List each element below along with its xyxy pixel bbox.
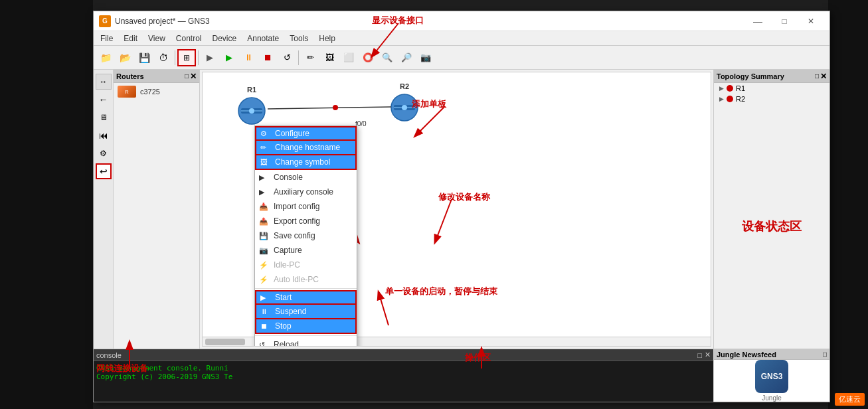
cm-stop[interactable]: ⏹ Stop — [255, 319, 357, 334]
tb-zoom-out-btn[interactable]: 🔎 — [397, 49, 416, 66]
cm-export-config[interactable]: 📤 Export config — [255, 214, 357, 228]
cm-capture[interactable]: 📷 Capture — [255, 243, 357, 258]
menu-help[interactable]: Help — [313, 33, 341, 44]
watermark-yisu: 亿速云 — [835, 393, 865, 406]
tb-console-btn[interactable]: ▶ — [201, 49, 219, 66]
r2-status-dot — [727, 96, 733, 102]
maximize-button[interactable]: □ — [771, 12, 798, 31]
left-tools: ↔ ← 🖥 ⏮ ⚙ ↩ — [94, 70, 114, 349]
menu-view[interactable]: View — [143, 33, 171, 44]
close-button[interactable]: ✕ — [798, 12, 824, 31]
panel-expand-icon[interactable]: □ — [185, 72, 189, 80]
minimize-button[interactable]: — — [744, 12, 771, 31]
ann-operation-area: 操作区 — [465, 352, 491, 364]
tb-ellipse-btn[interactable]: ⭕ — [359, 49, 377, 66]
tb-open-btn[interactable]: 📁 — [96, 49, 115, 66]
cm-change-symbol[interactable]: 🖼 Change symbol — [255, 155, 357, 170]
tool-rotate[interactable]: ↩ — [96, 163, 112, 179]
tb-screenshot-btn[interactable]: 📷 — [416, 49, 435, 66]
cm-symbol-icon: 🖼 — [260, 158, 268, 166]
ann-add-panel: 添加单板 — [412, 98, 446, 110]
tool-prev[interactable]: ⏮ — [96, 127, 112, 143]
tool-move[interactable]: ↔ — [96, 74, 112, 90]
cm-aux-console[interactable]: ▶ Auxiliary console — [255, 185, 357, 199]
tb-rect-btn[interactable]: ⬜ — [339, 49, 358, 66]
news-header: Jungle Newsfeed □ — [714, 349, 829, 360]
console-output[interactable]: GNS3 management console. Runni Copyright… — [94, 361, 713, 402]
canvas[interactable]: R1 R2 — [202, 72, 711, 347]
topology-item-r1[interactable]: ▶ R1 — [714, 83, 829, 94]
menu-device[interactable]: Device — [207, 33, 242, 44]
cm-start[interactable]: ▶ Start — [255, 290, 357, 305]
console-header: console □ ✕ — [94, 349, 713, 361]
cm-idle-label: Idle-PC — [274, 260, 300, 270]
topology-expand[interactable]: □ — [815, 72, 819, 80]
tool-settings[interactable]: ⚙ — [96, 145, 112, 161]
ann-start-stop: 单一设备的启动，暂停与结束 — [385, 286, 497, 297]
console-container: console □ ✕ GNS3 management console. Run… — [94, 349, 713, 402]
cm-suspend[interactable]: ⏸ Suspend — [255, 305, 357, 319]
tool-back[interactable]: ← — [96, 92, 112, 108]
cm-separator-2 — [255, 335, 357, 336]
toolbar-separator-3 — [298, 50, 299, 65]
ann-show-interface: 显示设备接口 — [372, 15, 424, 27]
topology-header: Topology Summary □ ✕ — [714, 70, 829, 83]
cm-auto-idle-icon: ⚡ — [259, 276, 268, 284]
tb-pause-btn[interactable]: ⏸ — [239, 49, 258, 66]
cm-reload-label: Reload — [274, 340, 299, 347]
cm-aux-icon: ▶ — [259, 188, 264, 197]
cm-console[interactable]: ▶ Console — [255, 170, 357, 185]
cm-change-hostname[interactable]: ✏ Change hostname — [255, 141, 357, 155]
console-close[interactable]: ✕ — [705, 351, 711, 359]
cm-idle-pc[interactable]: ⚡ Idle-PC — [255, 258, 357, 272]
r2-topo-label: R2 — [736, 95, 745, 103]
tb-zoom-in-btn[interactable]: 🔍 — [378, 49, 396, 66]
cm-save-label: Save config — [274, 231, 315, 240]
tb-show-interface-btn[interactable]: ⊞ — [177, 49, 196, 66]
device-panel: Routers □ ✕ R c3725 — [114, 70, 200, 349]
tb-image-btn[interactable]: 🖼 — [320, 49, 339, 66]
main-window: G Unsaved project* — GNS3 — □ ✕ File Edi… — [93, 11, 830, 402]
cm-idle-icon: ⚡ — [259, 261, 268, 270]
router-r1[interactable]: R1 — [236, 86, 268, 127]
cm-save-config[interactable]: 💾 Save config — [255, 228, 357, 243]
cm-auto-idle[interactable]: ⚡ Auto Idle-PC — [255, 272, 357, 287]
toolbar-separator-2 — [198, 50, 199, 65]
cm-aux-label: Auxiliary console — [274, 187, 333, 197]
cm-reload-icon: ↺ — [259, 341, 265, 347]
device-status-area: 设备状态区 — [714, 104, 829, 349]
tb-stop-btn[interactable]: ⏹ — [258, 49, 277, 66]
cm-reload[interactable]: ↺ Reload — [255, 337, 357, 347]
menu-control[interactable]: Control — [171, 33, 207, 44]
cm-import-config[interactable]: 📥 Import config — [255, 199, 357, 214]
cm-suspend-icon: ⏸ — [260, 307, 268, 315]
cm-configure[interactable]: ⚙ Configure — [255, 126, 357, 141]
menu-edit[interactable]: Edit — [118, 33, 143, 44]
gns3-logo-sub: Jungle — [762, 394, 781, 402]
cm-separator-1 — [255, 288, 357, 289]
tool-desktop[interactable]: 🖥 — [96, 110, 112, 125]
tb-reload-btn[interactable]: ↺ — [278, 49, 296, 66]
svg-point-7 — [333, 105, 338, 110]
tb-edit-btn[interactable]: ✏ — [301, 49, 319, 66]
r1-status-dot — [727, 85, 733, 92]
tb-save-btn[interactable]: 💾 — [135, 49, 153, 66]
menu-annotate[interactable]: Annotate — [242, 33, 284, 44]
tb-timer-btn[interactable]: ⏱ — [154, 49, 173, 66]
menu-tools[interactable]: Tools — [284, 33, 313, 44]
device-item-c3725[interactable]: R c3725 — [114, 83, 199, 100]
topology-item-r2[interactable]: ▶ R2 — [714, 94, 829, 104]
menu-file[interactable]: File — [95, 33, 118, 44]
panel-close-icon[interactable]: ✕ — [190, 72, 197, 81]
topology-close[interactable]: ✕ — [820, 72, 827, 81]
news-expand[interactable]: □ — [823, 351, 827, 358]
console-expand[interactable]: □ — [697, 351, 702, 359]
news-content: GNS3 Jungle — [714, 360, 829, 402]
menu-bar: File Edit View Control Device Annotate T… — [94, 31, 829, 46]
cm-suspend-label: Suspend — [275, 307, 306, 316]
tb-new-btn[interactable]: 📂 — [116, 49, 134, 66]
tb-start-all-btn[interactable]: ▶ — [220, 49, 238, 66]
r1-topo-label: R1 — [736, 84, 745, 92]
cm-auto-idle-label: Auto Idle-PC — [274, 275, 319, 284]
news-panel: Jungle Newsfeed □ GNS3 Jungle — [713, 349, 829, 402]
